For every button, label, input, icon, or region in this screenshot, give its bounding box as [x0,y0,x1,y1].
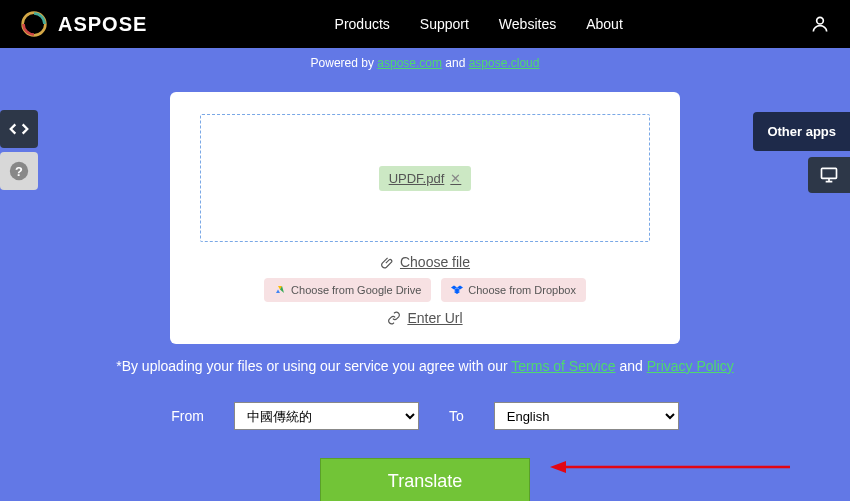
annotation-arrow [550,457,790,477]
user-icon[interactable] [810,14,830,34]
choose-file-button[interactable]: Choose file [380,254,470,270]
dropbox-icon [451,284,463,296]
terms-text: *By uploading your files or using our se… [0,358,850,374]
gdrive-icon [274,284,286,296]
enter-url-button[interactable]: Enter Url [387,310,462,326]
privacy-link[interactable]: Privacy Policy [647,358,734,374]
other-apps-button[interactable]: Other apps [753,112,850,151]
file-name[interactable]: UPDF.pdf [389,171,445,186]
main-nav: Products Support Websites About [335,16,623,32]
from-language-select[interactable]: 中國傳統的 [234,402,419,430]
svg-point-1 [817,17,824,24]
svg-rect-4 [822,168,837,178]
nav-websites[interactable]: Websites [499,16,556,32]
powered-by: Powered by aspose.com and aspose.cloud [0,48,850,78]
dropbox-button[interactable]: Choose from Dropbox [441,278,586,302]
attachment-icon [380,255,394,269]
link-icon [387,311,401,325]
upload-card: UPDF.pdf ✕ Choose file Choose from Googl… [170,92,680,344]
code-toggle-button[interactable] [0,110,38,148]
right-sidebar: Other apps [753,112,850,193]
monitor-icon [819,165,839,185]
upload-actions: Choose file Choose from Google Drive Cho… [200,254,650,326]
nav-about[interactable]: About [586,16,623,32]
google-drive-button[interactable]: Choose from Google Drive [264,278,431,302]
file-chip: UPDF.pdf ✕ [379,166,472,191]
translate-button[interactable]: Translate [320,458,530,501]
header: ASPOSE Products Support Websites About [0,0,850,48]
help-button[interactable]: ? [0,152,38,190]
remove-file-icon[interactable]: ✕ [450,171,461,186]
help-icon: ? [8,160,30,182]
from-label: From [171,408,204,424]
aspose-com-link[interactable]: aspose.com [377,56,442,70]
to-language-select[interactable]: English [494,402,679,430]
terms-link[interactable]: Terms of Service [511,358,615,374]
nav-products[interactable]: Products [335,16,390,32]
nav-support[interactable]: Support [420,16,469,32]
brand-text: ASPOSE [58,13,147,36]
cloud-sources: Choose from Google Drive Choose from Dro… [264,278,586,302]
desktop-view-button[interactable] [808,157,850,193]
to-label: To [449,408,464,424]
aspose-cloud-link[interactable]: aspose.cloud [469,56,540,70]
code-icon [8,118,30,140]
svg-text:?: ? [15,164,23,179]
svg-marker-6 [550,461,566,473]
left-sidebar: ? [0,110,38,194]
aspose-logo-icon [20,10,48,38]
dropzone[interactable]: UPDF.pdf ✕ [200,114,650,242]
logo[interactable]: ASPOSE [20,10,147,38]
language-selectors: From 中國傳統的 To English [0,402,850,430]
